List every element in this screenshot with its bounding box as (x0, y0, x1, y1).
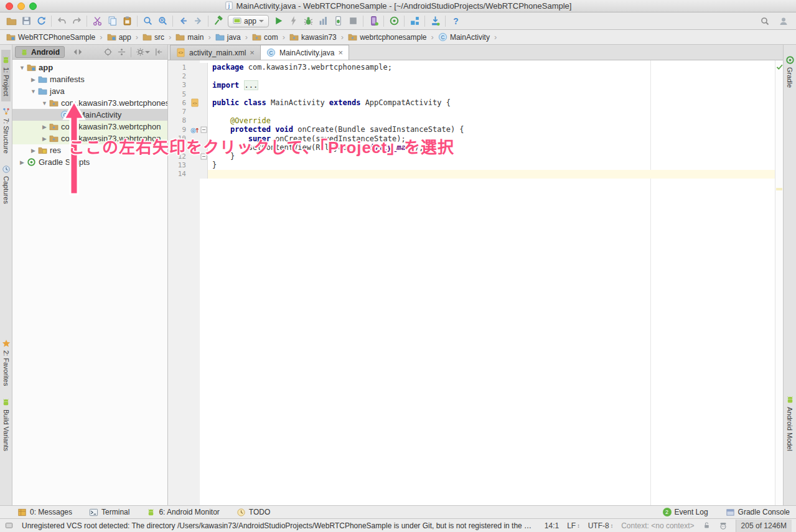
tool-stripe-button-7-structure[interactable]: 7: Structure (2, 101, 11, 159)
tool-stripe-button-2-favorites[interactable]: 2: Favorites (2, 334, 11, 391)
tool-window-button-0-messages[interactable]: 0: Messages (17, 508, 72, 517)
breadcrumb-item-mainactivity[interactable]: CMainActivity (437, 32, 491, 42)
tool-window-button-todo[interactable]: TODO (236, 508, 270, 517)
build-hammer-icon[interactable] (211, 14, 226, 29)
overrides-method-icon[interactable]: o (189, 125, 200, 134)
fold-marker-icon[interactable] (200, 125, 208, 134)
breadcrumb-item-kawasin73[interactable]: kawasin73 (288, 32, 338, 42)
tree-row-res[interactable]: ▶res (12, 144, 167, 156)
tree-row-gradle-scripts[interactable]: ▶Gradle Scripts (12, 156, 167, 168)
close-tab-icon[interactable]: × (338, 49, 343, 57)
tree-row-com-kawasin73-webrtcphonesample[interactable]: ▼com.kawasin73.webrtcphonesample (12, 97, 167, 109)
tree-collapse-arrow-icon[interactable]: ▶ (40, 136, 49, 142)
tree-collapse-arrow-icon[interactable]: ▶ (29, 147, 38, 154)
tool-window-button-gradle-console[interactable]: Gradle Console (726, 508, 790, 517)
code-segment: com.kawasin73.webrtcphonesample; (248, 63, 392, 72)
project-structure-icon[interactable] (407, 14, 422, 29)
tool-window-button-terminal[interactable]: Terminal (89, 508, 129, 517)
breadcrumb-item-app[interactable]: app (106, 32, 133, 42)
svg-text:<>: <> (192, 101, 197, 105)
locate-icon[interactable] (103, 47, 113, 57)
tab-activity-main-xml[interactable]: <>activity_main.xml× (170, 45, 261, 60)
tree-expand-arrow-icon[interactable]: ▼ (29, 88, 38, 95)
tree-row-manifests[interactable]: ▶manifests (12, 73, 167, 85)
tree-expand-arrow-icon[interactable]: ▼ (40, 100, 49, 106)
caret-position[interactable]: 14:1 (545, 521, 559, 530)
save-all-icon[interactable] (19, 14, 34, 29)
tab-mainactivity-java[interactable]: CMainActivity.java× (260, 45, 349, 60)
fold-marker-icon[interactable] (200, 152, 208, 161)
redo-icon[interactable] (69, 14, 84, 29)
replace-icon[interactable]: R (155, 14, 170, 29)
breadcrumb-item-com[interactable]: com (251, 32, 279, 42)
line-separator-selector[interactable]: LF↕ (567, 521, 580, 530)
avd-manager-icon[interactable] (366, 14, 381, 29)
context-indicator[interactable]: Context: <no context> (621, 521, 694, 530)
gradle-sync-icon[interactable] (386, 14, 401, 29)
zoom-window-button[interactable] (29, 2, 37, 10)
help-icon[interactable]: ? (448, 14, 463, 29)
code-editor[interactable]: 1package com.kawasin73.webrtcphonesample… (168, 60, 783, 505)
forward-icon[interactable] (190, 14, 205, 29)
split-icon[interactable] (117, 47, 126, 57)
paste-icon[interactable] (119, 14, 134, 29)
tree-collapse-arrow-icon[interactable]: ▶ (17, 159, 27, 166)
user-avatar-icon[interactable] (776, 14, 791, 29)
inspection-ok-icon[interactable] (775, 63, 783, 73)
tool-stripe-button-gradle[interactable]: Gradle (785, 50, 795, 93)
apply-changes-icon[interactable] (286, 14, 301, 29)
left-right-arrows-icon[interactable] (72, 49, 83, 55)
back-icon[interactable] (176, 14, 190, 29)
close-window-button[interactable] (6, 2, 13, 10)
search-everywhere-icon[interactable] (757, 14, 772, 29)
debug-icon[interactable] (301, 14, 316, 29)
toggle-tool-buttons-icon[interactable] (4, 521, 14, 530)
sdk-manager-icon[interactable] (428, 14, 442, 29)
hector-inspections-icon[interactable] (719, 521, 728, 530)
profile-icon[interactable] (316, 14, 330, 29)
tree-collapse-arrow-icon[interactable]: ▶ (29, 77, 38, 83)
collapse-all-icon[interactable] (154, 47, 164, 57)
related-layout-icon[interactable]: <> (189, 98, 200, 107)
tree-row-mainactivity[interactable]: CMainActivity (12, 109, 167, 121)
attach-debugger-icon[interactable] (330, 14, 345, 29)
undo-icon[interactable] (54, 14, 69, 29)
tool-window-button-6-android-monitor[interactable]: 6: Android Monitor (146, 508, 219, 517)
find-icon[interactable] (140, 14, 155, 29)
project-view-selector[interactable]: Android (15, 46, 65, 58)
close-tab-icon[interactable]: × (250, 49, 255, 57)
breadcrumb-item-java[interactable]: java (214, 32, 242, 42)
tool-stripe-button-android-model[interactable]: Android Model (785, 390, 795, 457)
tool-stripe-button-1-project[interactable]: 1: Project (1, 50, 11, 101)
tree-collapse-arrow-icon[interactable]: ▶ (40, 124, 49, 130)
memory-indicator[interactable]: 205 of 1246M (736, 520, 792, 532)
copy-icon[interactable] (105, 14, 119, 29)
tree-expand-arrow-icon[interactable]: ▼ (17, 65, 27, 71)
breadcrumb-item-webrtcphonesample[interactable]: webrtcphonesample (347, 32, 428, 42)
status-message[interactable]: Unregistered VCS root detected: The dire… (22, 521, 536, 530)
synchronize-icon[interactable] (34, 14, 49, 29)
tree-row-app[interactable]: ▼app (12, 62, 167, 73)
tree-row-com-kawasin73-webrtcphon[interactable]: ▶com.kawasin73.webrtcphon (12, 121, 167, 133)
run-configuration-selector[interactable]: app (228, 15, 269, 27)
minimize-window-button[interactable] (17, 2, 25, 10)
run-icon[interactable] (271, 14, 286, 29)
encoding-selector[interactable]: UTF-8↕ (588, 521, 614, 530)
code-segment: protected void (230, 125, 297, 134)
tool-stripe-button-captures[interactable]: Captures (2, 159, 11, 210)
breadcrumb-item-main[interactable]: main (174, 32, 205, 42)
tool-window-button-event-log[interactable]: 2Event Log (663, 508, 708, 516)
tree-row-com-kawasin73-webrtcphon[interactable]: ▶com.kawasin73.webrtcphon (12, 133, 167, 144)
tool-stripe-button-build-variants[interactable]: Build Variants (1, 392, 11, 457)
lock-icon[interactable] (703, 521, 711, 530)
tool-window-button-label: 0: Messages (30, 508, 72, 516)
java-file-icon: j (225, 1, 233, 11)
gear-icon[interactable] (136, 47, 150, 57)
stop-icon[interactable] (345, 14, 360, 29)
breadcrumb-item-src[interactable]: src (141, 32, 166, 42)
tree-row-java[interactable]: ▼java (12, 85, 167, 97)
open-file-icon[interactable] (4, 14, 19, 29)
breadcrumb-item-webrtcphonesample[interactable]: WebRTCPhoneSample (5, 32, 96, 42)
editor-scrollbar[interactable] (775, 60, 783, 505)
cut-icon[interactable] (90, 14, 105, 29)
